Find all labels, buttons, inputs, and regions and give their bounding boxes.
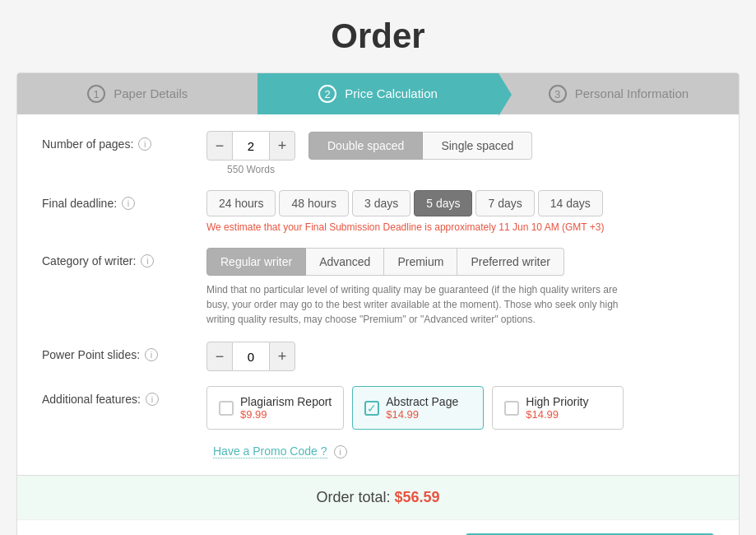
deadline-buttons: 24 hours 48 hours 3 days 5 days 7 days 1… [206,190,714,216]
deadline-estimate: We estimate that your Final Submission D… [206,221,714,233]
features-controls: Plagiarism Report $9.99 ✓ Abstract Page … [206,386,714,430]
deadline-3days[interactable]: 3 days [352,190,410,216]
writer-label: Category of writer: i [42,248,206,268]
plagiarism-price: $9.99 [240,408,332,421]
tab-personal-information[interactable]: 3 Personal Information [499,73,739,114]
tab-label-price-calculation: Price Calculation [345,86,438,100]
spacing-buttons: Double spaced Single spaced [308,132,532,160]
highpriority-checkbox[interactable] [504,401,519,416]
slides-label: Power Point slides: i [42,342,206,361]
single-spaced-button[interactable]: Single spaced [423,132,532,160]
writer-note: Mind that no particular level of writing… [206,282,634,327]
slides-increment-button[interactable]: + [269,342,295,371]
order-card: 1 Paper Details 2 Price Calculation 3 Pe… [16,72,740,535]
tab-label-paper-details: Paper Details [114,86,188,100]
deadline-24h[interactable]: 24 hours [206,190,276,216]
order-total-label: Order total: [316,489,390,505]
pages-controls: − 2 + Double spaced Single spaced 550 Wo… [206,131,714,175]
promo-info-icon[interactable]: i [334,445,347,458]
tab-number-1: 1 [87,85,105,103]
order-footer: ← Back to Paper Details Proceed to Perso… [17,519,739,535]
pages-decrement-button[interactable]: − [206,131,233,160]
features-list: Plagiarism Report $9.99 ✓ Abstract Page … [206,386,714,430]
plagiarism-checkbox[interactable] [219,401,234,416]
slides-decrement-button[interactable]: − [206,342,233,371]
writer-controls: Regular writer Advanced Premium Preferre… [206,248,714,327]
slides-stepper: − 0 + [206,342,714,371]
tab-number-2: 2 [318,85,336,103]
highpriority-name: High Priority [526,395,588,408]
abstract-checkbox[interactable]: ✓ [364,401,379,416]
plagiarism-name: Plagiarism Report [240,395,332,408]
deadline-7days[interactable]: 7 days [475,190,534,216]
features-label: Additional features: i [42,386,206,406]
deadline-row: Final deadline: i 24 hours 48 hours 3 da… [42,190,714,233]
deadline-14days[interactable]: 14 days [538,190,603,216]
writer-buttons: Regular writer Advanced Premium Preferre… [206,248,714,276]
abstract-name: Abstract Page [386,395,458,408]
feature-highpriority[interactable]: High Priority $14.99 [492,386,624,430]
advanced-writer-button[interactable]: Advanced [306,248,384,276]
features-row: Additional features: i Plagiarism Report… [42,386,714,430]
pages-increment-button[interactable]: + [269,131,295,160]
deadline-label: Final deadline: i [42,190,206,210]
pages-row: Number of pages: i − 2 + Double spaced S… [42,131,714,175]
regular-writer-button[interactable]: Regular writer [206,248,306,276]
promo-row: Have a Promo Code ? i [42,444,714,458]
tab-price-calculation[interactable]: 2 Price Calculation [257,73,498,114]
slides-info-icon[interactable]: i [145,348,158,361]
page-title: Order [16,16,740,56]
deadline-info-icon[interactable]: i [122,197,135,210]
page-wrapper: Order 1 Paper Details 2 Price Calculatio… [16,16,740,535]
tabs-bar: 1 Paper Details 2 Price Calculation 3 Pe… [17,73,739,114]
words-hint: 550 Words [206,164,295,175]
deadline-48h[interactable]: 48 hours [279,190,348,216]
double-spaced-button[interactable]: Double spaced [308,132,423,160]
deadline-5days[interactable]: 5 days [414,190,472,216]
pages-stepper: − 2 + [206,131,295,160]
writer-info-icon[interactable]: i [141,254,154,268]
preferred-writer-button[interactable]: Preferred writer [457,248,564,276]
promo-link[interactable]: Have a Promo Code ? [213,444,327,458]
deadline-controls: 24 hours 48 hours 3 days 5 days 7 days 1… [206,190,714,233]
writer-row: Category of writer: i Regular writer Adv… [42,248,714,327]
abstract-price: $14.99 [386,408,458,421]
features-info-icon[interactable]: i [146,393,159,406]
premium-writer-button[interactable]: Premium [384,248,457,276]
order-total-amount: $56.59 [395,489,440,505]
slides-value: 0 [233,342,269,371]
deadline-estimate-date: 11 Jun 10 AM (GMT +3) [499,221,604,233]
feature-abstract[interactable]: ✓ Abstract Page $14.99 [352,386,484,430]
pages-value: 2 [233,131,269,160]
pages-label: Number of pages: i [42,131,206,151]
feature-plagiarism[interactable]: Plagiarism Report $9.99 [206,386,344,430]
pages-info-icon[interactable]: i [138,137,151,151]
order-total-bar: Order total: $56.59 [17,475,739,519]
slides-row: Power Point slides: i − 0 + [42,342,714,371]
tab-number-3: 3 [549,85,567,103]
tab-paper-details[interactable]: 1 Paper Details [17,73,257,114]
tab-label-personal-information: Personal Information [575,86,689,100]
slides-controls: − 0 + [206,342,714,371]
highpriority-price: $14.99 [526,408,588,421]
form-area: Number of pages: i − 2 + Double spaced S… [17,114,739,475]
